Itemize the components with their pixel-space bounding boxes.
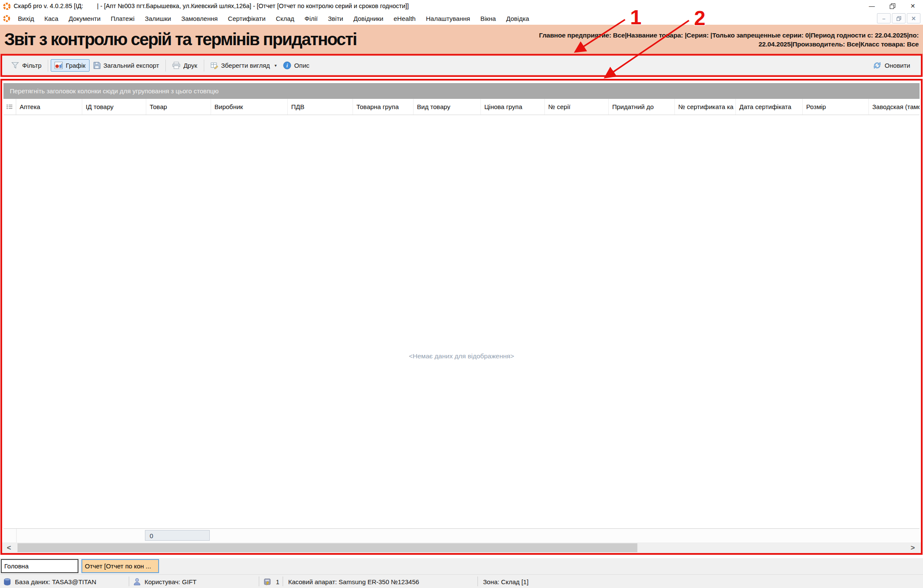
menu-item[interactable]: Налаштування [421,13,475,24]
database-status: База даних: TASA3@TITAN [3,575,96,588]
floppy-save-icon [93,62,101,69]
grid-summary-row: 0 [3,528,920,542]
menu-item[interactable]: Довідники [348,13,388,24]
app-logo-icon-small [3,15,10,22]
refresh-button[interactable]: Оновити [869,59,914,72]
chart-icon [55,62,63,69]
grid-column-header[interactable]: Товарна група [353,99,414,115]
save-view-dropdown-caret[interactable]: ▾ [274,63,279,68]
mdi-restore-button[interactable] [892,13,906,23]
save-view-icon [211,62,218,69]
export-button[interactable]: Загальний експорт [90,59,163,72]
chart-button[interactable]: Графік [51,59,89,72]
app-window: Скарб pro v. 4.0.2.85 [ІД: | - [Апт №003… [0,0,923,588]
report-header: Звіт з контролю серій та термінів придат… [0,25,923,54]
grid-column-header[interactable]: Придатний до [609,99,675,115]
toolbar-separator [204,60,204,72]
restore-icon [890,3,895,9]
user-icon [133,578,141,586]
refresh-icon [873,61,882,69]
report-filter-summary: Главное предприятие: Все|Название товара… [539,31,919,49]
grid-column-header[interactable]: № серії [545,99,609,115]
window-tab[interactable]: Головна [1,559,78,573]
toolbar: Фільтр Графік Загальний експорт [2,56,921,75]
menu-item[interactable]: Документи [64,13,106,24]
report-title: Звіт з контролю серій та термінів придат… [4,30,356,49]
mdi-close-button[interactable]: ✕ [907,13,920,23]
mdi-controls: – ✕ [877,13,920,23]
menu-item[interactable]: Філії [299,13,323,24]
no-data-message: <Немає даних для відображення> [409,352,514,360]
printer-icon [172,62,180,69]
description-button[interactable]: i Опис [279,59,313,72]
toolbar-separator [48,60,48,72]
grid-column-header[interactable]: Заводская (тамож [869,99,920,115]
grid-column-header[interactable]: ПДВ [288,99,353,115]
main-menu: ВихідКасаДокументиПлатежіЗалишкиЗамовлен… [13,13,534,24]
grid-column-header[interactable]: Розмір [803,99,869,115]
grid-column-header[interactable]: Виробник [211,99,288,115]
restore-button[interactable] [882,0,903,12]
grid-column-header[interactable]: Дата сертифіката [736,99,803,115]
user-status: Користувач: GIFT [133,575,197,588]
report-grid: Перетягніть заголовок колонки сюди для у… [2,81,921,553]
grid-body[interactable]: <Немає даних для відображення> [3,115,920,527]
save-view-button[interactable]: Зберегти вигляд [207,59,274,72]
svg-text:i: i [286,63,288,69]
menu-item[interactable]: eHealth [388,13,421,24]
grid-columns: АптекаІД товаруТоварВиробникПДВТоварна г… [16,99,920,115]
app-logo-icon [3,2,11,10]
group-by-bar[interactable]: Перетягніть заголовок колонки сюди для у… [3,83,920,99]
minimize-button[interactable]: — [862,0,882,12]
close-button[interactable]: ✕ [903,0,923,12]
menu-item[interactable]: Звіти [323,13,348,24]
grid-column-header[interactable]: Товар [146,99,211,115]
scroll-left-button[interactable]: < [3,543,14,552]
menu-item[interactable]: Склад [271,13,299,24]
grid-column-header[interactable]: Аптека [16,99,82,115]
mdi-minimize-button[interactable]: – [877,13,891,23]
scroll-right-button[interactable]: > [907,543,918,552]
open-windows-tabs: ГоловнаОтчет [Отчет по кон ... [0,558,923,574]
menu-item[interactable]: Каса [39,13,64,24]
cash-register-status: Касовий апарат: Samsung ER-350 №123456 [288,575,419,588]
menu-item[interactable]: Залишки [140,13,176,24]
menu-item[interactable]: Вікна [475,13,501,24]
window-title: Скарб pro v. 4.0.2.85 [ІД: | - [Апт №003… [14,3,409,9]
status-separator [477,576,478,586]
print-button[interactable]: Друк [168,59,201,72]
grid-header-row: АптекаІД товаруТоварВиробникПДВТоварна г… [3,99,920,115]
filter-funnel-icon [11,62,19,69]
toolbar-separator [165,60,166,72]
menu-item[interactable]: Сертифікати [223,13,271,24]
status-separator [259,576,259,586]
menu-item[interactable]: Вихід [13,13,39,24]
zone-status: Зона: Склад [1] [483,575,529,588]
grid-column-header[interactable]: Вид товару [414,99,481,115]
cash-device-icon [263,578,272,585]
menu-item[interactable]: Платежі [106,13,140,24]
database-icon [3,578,11,586]
summary-divider [16,529,17,542]
info-icon: i [283,61,291,69]
mdi-restore-icon [897,16,901,21]
device-count-status: 1 [263,575,279,588]
status-separator [129,576,129,586]
menu-bar: ВихідКасаДокументиПлатежіЗалишкиЗамовлен… [0,12,923,25]
status-bar: База даних: TASA3@TITAN Користувач: GIFT… [0,574,923,588]
filter-button[interactable]: Фільтр [7,59,45,72]
scrollbar-thumb[interactable] [17,543,637,552]
grid-column-header[interactable]: № сертификата ка [675,99,736,115]
list-icon [6,104,13,110]
title-bar: Скарб pro v. 4.0.2.85 [ІД: | - [Апт №003… [0,0,923,12]
grid-column-header[interactable]: Цінова група [481,99,545,115]
window-tab[interactable]: Отчет [Отчет по кон ... [81,559,159,573]
summary-count-cell: 0 [145,530,210,541]
horizontal-scrollbar[interactable]: < > [2,542,921,553]
menu-item[interactable]: Замовлення [176,13,223,24]
row-selector-header[interactable] [3,99,16,115]
status-separator [283,576,283,586]
grid-column-header[interactable]: ІД товару [82,99,146,115]
menu-item[interactable]: Довідка [501,13,534,24]
